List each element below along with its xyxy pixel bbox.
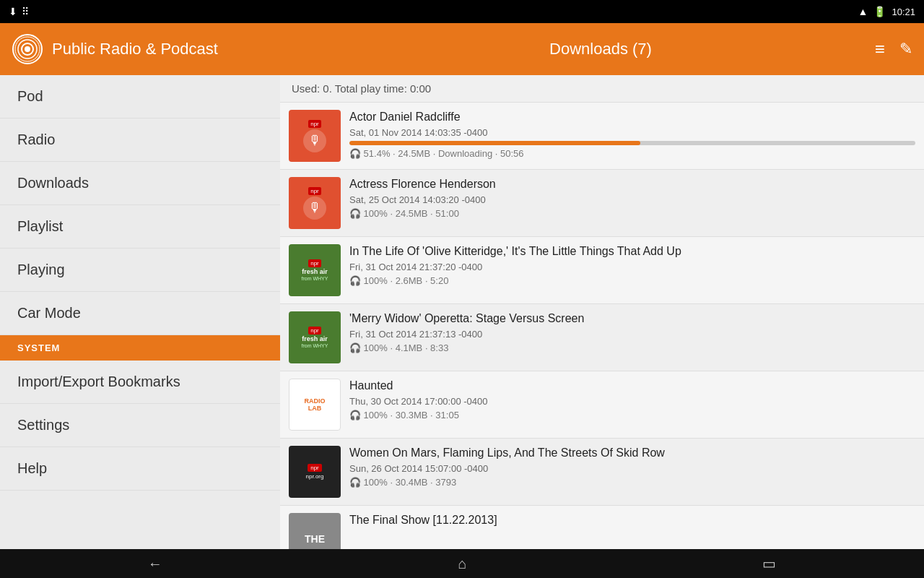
item-info: Actress Florence Henderson Sat, 25 Oct 2… — [349, 177, 915, 219]
download-item[interactable]: npr 🎙 Actress Florence Henderson Sat, 25… — [280, 170, 924, 237]
grid-status-icon: ⠿ — [22, 6, 29, 17]
sidebar-item-settings[interactable]: Settings — [0, 404, 280, 447]
header-actions: ≡ ✎ — [875, 39, 912, 59]
app-logo — [12, 33, 43, 65]
item-title: Actress Florence Henderson — [349, 177, 915, 192]
download-item[interactable]: THE The Final Show [11.22.2013] — [280, 506, 924, 549]
download-item[interactable]: npr fresh air from WHYY In The Life Of '… — [280, 237, 924, 304]
download-item[interactable]: RADIO LAB Haunted Thu, 30 Oct 2014 17:00… — [280, 371, 924, 439]
item-info: Haunted Thu, 30 Oct 2014 17:00:00 -0400 … — [349, 379, 915, 420]
download-item[interactable]: npr fresh air from WHYY 'Merry Widow' Op… — [280, 304, 924, 371]
item-thumbnail: npr 🎙 — [289, 177, 341, 229]
downloads-list: npr 🎙 Actor Daniel Radcliffe Sat, 01 Nov… — [280, 103, 924, 549]
app-header: Public Radio & Podcast Downloads (7) ≡ ✎ — [0, 23, 924, 75]
item-title: 'Merry Widow' Operetta: Stage Versus Scr… — [349, 311, 915, 327]
item-thumbnail: THE — [289, 513, 341, 549]
item-meta: 🎧 100% · 2.6MB · 5:20 — [349, 275, 915, 286]
filter-icon[interactable]: ≡ — [875, 39, 885, 59]
item-thumbnail: npr npr.org — [289, 446, 341, 498]
sidebar-item-playing[interactable]: Playing — [0, 249, 280, 292]
item-info: 'Merry Widow' Operetta: Stage Versus Scr… — [349, 311, 915, 353]
item-date: Sat, 25 Oct 2014 14:03:20 -0400 — [349, 194, 915, 205]
item-date: Thu, 30 Oct 2014 17:00:00 -0400 — [349, 396, 915, 407]
item-title: Women On Mars, Flaming Lips, And The Str… — [349, 446, 915, 461]
item-meta: 🎧 51.4% · 24.5MB · Downloading · 50:56 — [349, 148, 915, 159]
item-thumbnail: RADIO LAB — [289, 379, 341, 431]
sidebar-item-carmode[interactable]: Car Mode — [0, 292, 280, 335]
progress-bar-fill — [349, 141, 640, 145]
item-title: In The Life Of 'Olive Kitteridge,' It's … — [349, 244, 915, 259]
back-button[interactable]: ← — [136, 553, 174, 575]
item-date: Sun, 26 Oct 2014 15:07:00 -0400 — [349, 463, 915, 474]
item-date: Sat, 01 Nov 2014 14:03:35 -0400 — [349, 127, 915, 138]
item-info: Actor Daniel Radcliffe Sat, 01 Nov 2014 … — [349, 110, 915, 159]
download-status-icon: ⬇ — [9, 6, 17, 17]
content-header: Used: 0. Total play time: 0:00 — [280, 75, 924, 103]
download-item[interactable]: npr 🎙 Actor Daniel Radcliffe Sat, 01 Nov… — [280, 103, 924, 170]
app-title: Public Radio & Podcast — [52, 40, 326, 59]
download-item[interactable]: npr npr.org Women On Mars, Flaming Lips,… — [280, 439, 924, 506]
item-info: The Final Show [11.22.2013] — [349, 513, 915, 530]
item-title: Actor Daniel Radcliffe — [349, 110, 915, 125]
sidebar-item-radio[interactable]: Radio — [0, 118, 280, 162]
item-info: In The Life Of 'Olive Kitteridge,' It's … — [349, 244, 915, 286]
sidebar-item-pod[interactable]: Pod — [0, 75, 280, 118]
bottom-nav: ← ⌂ ▭ — [0, 549, 924, 578]
edit-icon[interactable]: ✎ — [899, 40, 912, 59]
item-meta: 🎧 100% · 4.1MB · 8:33 — [349, 342, 915, 353]
sidebar: Pod Radio Downloads Playlist Playing Car… — [0, 75, 280, 549]
system-section-label: SYSTEM — [0, 335, 280, 361]
item-date: Fri, 31 Oct 2014 21:37:20 -0400 — [349, 262, 915, 272]
item-date: Fri, 31 Oct 2014 21:37:13 -0400 — [349, 329, 915, 340]
recents-button[interactable]: ▭ — [751, 552, 788, 575]
content-area: Used: 0. Total play time: 0:00 npr 🎙 Act… — [280, 75, 924, 549]
section-title: Downloads (7) — [326, 40, 875, 59]
item-thumbnail: npr 🎙 — [289, 110, 341, 162]
item-meta: 🎧 100% · 24.5MB · 51:00 — [349, 208, 915, 219]
item-meta: 🎧 100% · 30.3MB · 31:05 — [349, 410, 915, 420]
item-info: Women On Mars, Flaming Lips, And The Str… — [349, 446, 915, 488]
sidebar-item-importexport[interactable]: Import/Export Bookmarks — [0, 361, 280, 404]
wifi-icon: ▲ — [858, 6, 868, 17]
status-bar: ⬇ ⠿ ▲ 🔋 10:21 — [0, 0, 924, 23]
item-title: The Final Show [11.22.2013] — [349, 513, 915, 528]
sidebar-item-help[interactable]: Help — [0, 447, 280, 491]
sidebar-item-downloads[interactable]: Downloads — [0, 162, 280, 205]
item-meta: 🎧 100% · 30.4MB · 3793 — [349, 477, 915, 488]
battery-icon: 🔋 — [873, 6, 886, 17]
svg-point-1 — [25, 46, 30, 52]
clock: 10:21 — [892, 7, 915, 17]
main-layout: Pod Radio Downloads Playlist Playing Car… — [0, 75, 924, 549]
progress-bar-container — [349, 141, 915, 145]
item-thumbnail: npr fresh air from WHYY — [289, 311, 341, 363]
item-thumbnail: npr fresh air from WHYY — [289, 244, 341, 296]
status-right-icons: ▲ 🔋 10:21 — [858, 6, 915, 17]
home-button[interactable]: ⌂ — [446, 553, 478, 575]
item-title: Haunted — [349, 379, 915, 394]
status-left: ⬇ ⠿ — [9, 6, 29, 17]
sidebar-item-playlist[interactable]: Playlist — [0, 205, 280, 249]
